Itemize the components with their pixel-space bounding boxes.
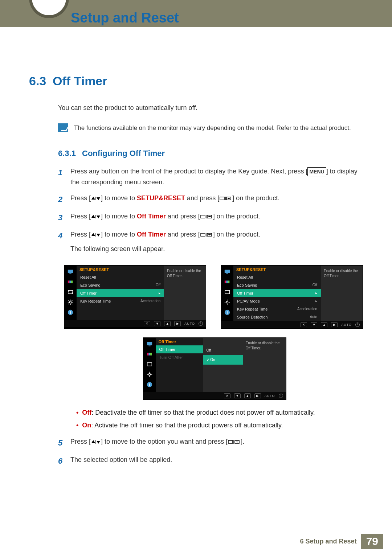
svg-rect-17 [201,233,205,236]
svg-text:i: i [149,383,150,387]
step-text: ] to move to [101,213,137,220]
step-2: 2 Press [] to move to SETUP&RESET and pr… [58,193,363,206]
osd-menu-list: SETUP&RESET Reset All Eco SavingOff Off … [233,266,321,321]
osd-row: Reset All [233,273,321,281]
step-text: ] on the product. [232,194,279,202]
svg-rect-3 [220,197,224,200]
svg-rect-38 [225,270,230,273]
right-icon: ▶ [174,321,181,326]
color-icon [66,278,74,286]
auto-label: AUTO [341,323,352,327]
svg-text:i: i [227,311,228,315]
svg-rect-39 [226,274,228,274]
note-text: The functions available on the monitor m… [74,123,351,133]
step-text: ] to move to the option you want and pre… [101,438,228,445]
svg-point-44 [226,301,228,303]
osd-row: Eco SavingOff [77,281,164,289]
power-icon [199,321,203,326]
svg-rect-24 [69,281,71,283]
svg-rect-53 [147,353,148,356]
svg-rect-42 [228,281,230,283]
close-icon: ✕ [144,321,150,326]
step-4: 4 Press [] to move to Off Timer and pres… [58,229,363,254]
page-title: Setup and Reset [71,10,179,26]
svg-rect-10 [201,215,205,218]
step-bold: Off Timer [137,231,166,238]
osd-menu-header: Off Timer [156,338,203,345]
picture-icon [223,268,231,276]
subsection-title: Configuring Off Timer [82,149,165,158]
step-bold: SETUP&RESET [137,194,185,202]
osd-row: PC/AV Mode▸ [233,297,321,305]
svg-rect-22 [69,274,71,274]
osd-row: Source DetectionAuto [233,313,321,321]
bullet-dot: • [76,419,78,431]
color-icon [146,350,154,358]
svg-point-57 [148,374,150,376]
osd-nav-footer: ✕ ▼ ▲ ▶ AUTO [221,321,363,328]
svg-rect-25 [71,281,73,283]
color-icon [223,278,231,286]
osd-row-highlighted: Off Timer [156,345,203,353]
svg-rect-56 [147,363,152,366]
step-text: Press [ [70,438,91,445]
info-icon: i [66,308,74,316]
svg-rect-51 [147,342,152,345]
svg-rect-23 [68,281,70,283]
osd-option-off: Off [203,346,243,355]
step-4-line2: The following screen will appear. [70,244,363,255]
osd-help-pane: Enable or disable the Off Timer. [321,266,363,321]
source-enter-icon [219,196,232,201]
osd-sidebar: i [143,338,156,392]
picture-icon [146,340,154,348]
osd-nav-footer: ✕ ▼ ▲ ▶ AUTO [143,392,286,399]
osd-help-pane: Enable or disable the Off Timer. [164,266,206,320]
down-icon: ▼ [154,321,160,326]
svg-line-35 [69,304,69,304]
section-heading: 6.3 Off Timer [29,74,363,88]
svg-rect-67 [228,440,233,443]
osd-options-pane: Off On [203,338,243,392]
size-icon [66,288,74,296]
section-intro: You can set the product to automatically… [58,103,363,113]
step-text: and press [ [166,231,200,238]
step-text: Press any button on the front of the pro… [70,168,307,175]
step-text: ] to move to [101,194,137,202]
svg-marker-70 [236,441,237,443]
gear-icon [66,298,74,306]
note-icon [58,123,68,132]
osd-row: Eco SavingOff [233,281,321,289]
step-3: 3 Press [] to move to Off Timer and pres… [58,211,363,224]
size-icon [146,360,154,368]
down-icon: ▼ [311,322,317,327]
down-icon: ▼ [234,393,241,398]
osd-row-disabled: Turn Off After [156,353,203,361]
step-1: 1 Press any button on the front of the p… [58,166,363,188]
step-bold: Off Timer [137,213,166,220]
step-text: ]. [241,438,244,445]
up-icon: ▲ [321,322,327,327]
right-icon: ▶ [331,322,338,327]
up-icon: ▲ [164,321,171,326]
gear-icon [223,298,231,306]
step-number: 6 [58,455,70,468]
source-enter-icon [200,232,213,237]
note-block: The functions available on the monitor m… [58,123,363,133]
osd-help-pane: Enable or disable the Off Timer. [243,338,286,392]
bullet-on-label: On [82,422,91,429]
step-number: 5 [58,436,70,450]
subsection-heading: 6.3.1Configuring Off Timer [58,149,363,158]
step-text: Press [ [70,213,91,220]
bullet-dot: • [76,406,78,419]
step-text: ] to move to [101,231,137,238]
auto-label: AUTO [184,322,195,325]
svg-marker-14 [91,233,95,236]
svg-marker-15 [97,234,100,237]
svg-marker-7 [91,215,95,218]
svg-line-34 [72,300,73,301]
osd-sidebar: i [64,266,77,320]
osd-screenshot-2: i SETUP&RESET Reset All Eco SavingOff Of… [221,265,363,329]
osd-screenshot-1: i SETUP&RESET Reset All Eco SavingOff Of… [64,265,206,329]
osd-row-highlighted: Off Timer▸ [77,289,164,297]
svg-rect-43 [225,291,230,294]
